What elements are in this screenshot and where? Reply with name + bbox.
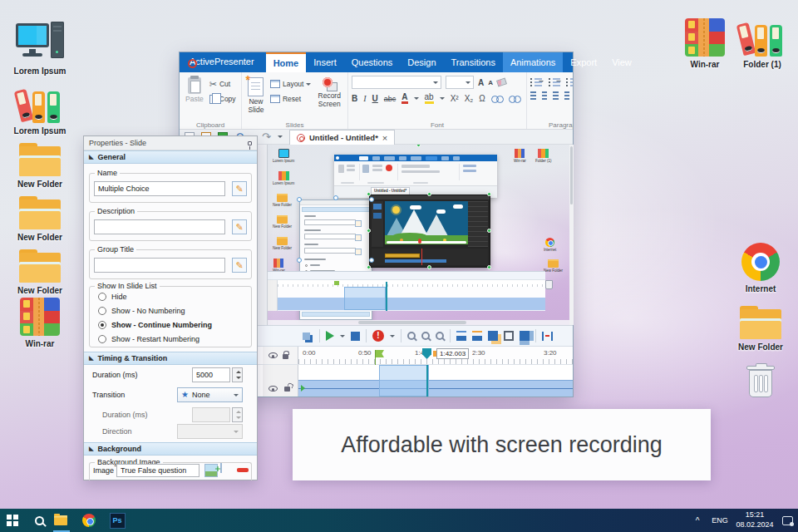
image-input[interactable] — [116, 464, 200, 477]
selection-handle[interactable] — [487, 265, 491, 269]
choose-image-button[interactable] — [204, 464, 218, 477]
clear-formatting-icon[interactable] — [496, 77, 507, 86]
chevron-down-icon[interactable] — [440, 97, 445, 100]
desktop-icon-new-folder-4[interactable]: New Folder — [729, 296, 792, 352]
taskbar-explorer-button[interactable] — [48, 509, 73, 532]
zoom-fit-icon[interactable] — [436, 332, 444, 340]
strikethrough-button[interactable]: abc — [384, 95, 397, 103]
section-timing-transition[interactable]: ◢ Timing & Transition — [84, 352, 257, 365]
grow-font-button[interactable]: A — [478, 78, 484, 87]
taskbar-chrome-button[interactable] — [76, 509, 101, 532]
edit-name-button[interactable]: ✎ — [232, 181, 247, 196]
tab-transitions[interactable]: Transitions — [444, 52, 503, 72]
selection-handle[interactable] — [369, 258, 374, 263]
highlight-button[interactable]: ab — [425, 93, 434, 104]
desktop-icon-winrar-2[interactable]: Win-rar — [673, 13, 736, 69]
section-general[interactable]: ◢ General — [84, 150, 257, 164]
font-color-button[interactable]: A — [401, 93, 407, 104]
remove-image-button[interactable] — [236, 464, 249, 477]
mini-video-editor[interactable] — [369, 195, 490, 268]
selection-handle[interactable] — [416, 145, 421, 147]
indent-icon[interactable] — [566, 77, 569, 86]
desktop-icon-lorem-ipsum-binders[interactable]: Lorem Ipsum — [8, 80, 71, 135]
track-row-selected[interactable] — [298, 380, 573, 397]
layout-button[interactable]: Layout — [270, 78, 312, 90]
bold-button[interactable]: B — [352, 94, 357, 103]
insert-link-icon[interactable] — [491, 95, 503, 102]
desktop-icon-new-folder-3[interactable]: New Folder — [8, 239, 71, 295]
tab-home[interactable]: Home — [266, 52, 307, 72]
duration-input[interactable] — [192, 367, 230, 382]
superscript-button[interactable]: X² — [451, 94, 459, 103]
align-right-icon[interactable] — [553, 91, 559, 101]
desktop-icon-new-folder-2[interactable]: New Folder — [8, 186, 71, 242]
radio-show-continue-numbering[interactable] — [98, 321, 106, 329]
align-left-icon[interactable] — [530, 91, 536, 101]
zoom-out-icon[interactable] — [421, 332, 430, 340]
numbered-list-icon[interactable] — [549, 77, 552, 86]
selection-handle[interactable] — [333, 195, 338, 200]
snap-icon[interactable] — [520, 331, 530, 341]
selection-handle[interactable] — [487, 192, 491, 196]
taskbar-clock[interactable]: 15:21 08.02.2024 — [733, 509, 776, 532]
marker-flag-icon[interactable] — [375, 350, 384, 357]
paste-button[interactable]: Paste — [183, 76, 206, 119]
unlock-icon[interactable] — [284, 387, 290, 392]
desktop-icon-lorem-ipsum-computer[interactable]: Lorem Ipsum — [8, 20, 71, 76]
description-input[interactable] — [94, 219, 225, 234]
document-tab[interactable]: Untitled - Untitled* × — [289, 130, 395, 145]
language-indicator[interactable]: ENG — [707, 509, 733, 532]
remove-link-icon[interactable] — [509, 95, 520, 102]
layers-icon[interactable] — [303, 332, 310, 340]
symbol-button[interactable]: Ω — [479, 94, 485, 103]
tab-animations[interactable]: Animations — [503, 52, 563, 72]
desktop-icon-internet[interactable]: Internet — [729, 238, 792, 293]
subscript-button[interactable]: X₂ — [465, 94, 474, 103]
play-button[interactable] — [326, 331, 334, 341]
delete-time-icon[interactable] — [472, 331, 482, 341]
selection-handle[interactable] — [427, 192, 431, 196]
chevron-down-icon[interactable] — [278, 135, 283, 138]
copy-button[interactable]: Copy — [209, 93, 236, 105]
chevron-down-icon[interactable] — [390, 335, 395, 337]
cut-button[interactable]: ✂Cut — [209, 78, 236, 90]
insert-time-icon[interactable] — [456, 331, 466, 341]
section-background[interactable]: ◢ Background — [84, 442, 257, 456]
desktop-icon-folder-1[interactable]: Folder (1) — [731, 13, 794, 69]
import-image-button[interactable] — [220, 463, 222, 473]
close-icon[interactable]: × — [382, 133, 387, 143]
zoom-in-icon[interactable] — [407, 332, 416, 340]
record-screen-button[interactable]: Record Screen — [314, 76, 344, 119]
edit-group-title-button[interactable]: ✎ — [232, 258, 247, 273]
taskbar-photoshop-button[interactable]: Ps — [105, 509, 130, 532]
selection-handle[interactable] — [487, 229, 491, 233]
align-center-icon[interactable] — [542, 91, 548, 101]
new-slide-button[interactable]: * New Slide — [245, 76, 267, 119]
canvas-vertical-scrollbar[interactable] — [569, 145, 574, 325]
visibility-eye-icon[interactable] — [268, 352, 278, 358]
timeline-selection[interactable] — [379, 365, 429, 397]
properties-panel-title-bar[interactable]: Properties - Slide — [84, 136, 257, 150]
radio-hide[interactable] — [98, 293, 106, 301]
radio-show-no-numbering[interactable] — [98, 307, 106, 315]
selection-handle[interactable] — [369, 197, 374, 202]
name-input[interactable] — [94, 181, 225, 196]
tab-design[interactable]: Design — [400, 52, 443, 72]
record-narration-button[interactable]: ! — [372, 330, 384, 342]
selection-handle[interactable] — [367, 192, 371, 196]
stop-button[interactable] — [351, 332, 360, 341]
duration-spinner[interactable] — [232, 367, 243, 382]
bullet-list-icon[interactable] — [530, 77, 534, 86]
font-family-select[interactable] — [352, 76, 441, 89]
start-button[interactable] — [0, 509, 25, 532]
desktop-icon-new-folder-1[interactable]: New Folder — [8, 133, 71, 189]
slide-canvas[interactable]: Lorem Ipsum Lorem Ipsum New Folder New F… — [267, 145, 569, 325]
selection-handle[interactable] — [297, 258, 302, 263]
split-icon[interactable] — [488, 331, 498, 341]
selection-handle[interactable] — [297, 197, 302, 202]
redo-button[interactable]: ↷ — [262, 133, 271, 141]
playhead[interactable] — [422, 348, 431, 359]
tab-insert[interactable]: Insert — [306, 52, 344, 72]
align-justify-icon[interactable] — [564, 91, 570, 101]
pin-icon[interactable] — [248, 141, 252, 145]
